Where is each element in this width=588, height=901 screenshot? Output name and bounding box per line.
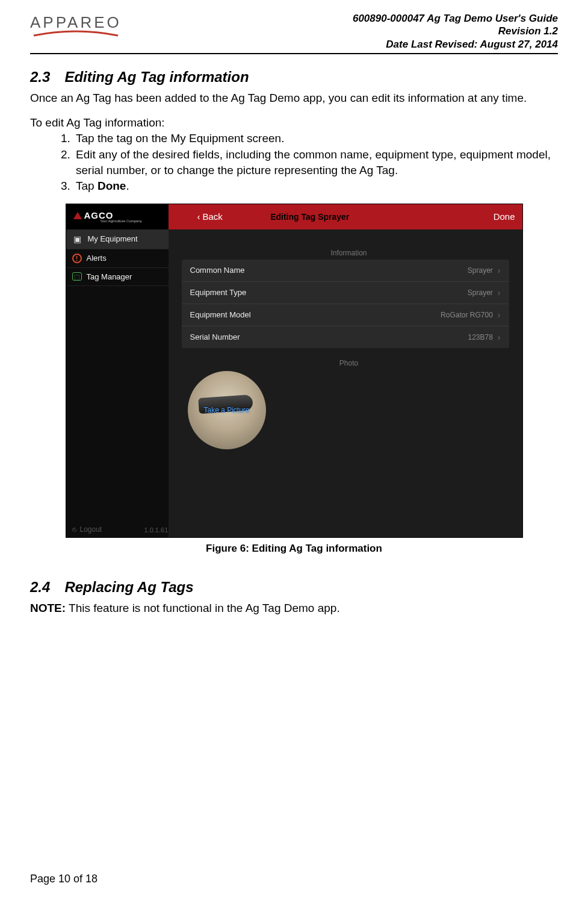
field-value: Sprayer <box>468 288 493 297</box>
info-fields: Common Name Sprayer› Equipment Type Spra… <box>182 260 509 348</box>
equipment-icon: ▣ <box>72 234 83 245</box>
app-screenshot: AGCO Your Agriculture Company ‹ Back Edi… <box>66 204 523 538</box>
figure-6: AGCO Your Agriculture Company ‹ Back Edi… <box>30 204 558 555</box>
step-3-prefix: Tap <box>76 179 97 192</box>
step-3: Tap Done. <box>73 178 558 194</box>
sidebar-item-alerts[interactable]: ! Alerts <box>66 249 169 268</box>
chevron-right-icon: › <box>498 288 501 298</box>
done-button[interactable]: Done <box>494 211 515 222</box>
doc-title: 600890-000047 Ag Tag Demo User's Guide <box>353 12 558 25</box>
take-picture-button[interactable]: Take a Picture <box>188 371 266 449</box>
app-topbar: AGCO Your Agriculture Company ‹ Back Edi… <box>66 204 522 229</box>
section-2-3-number: 2.3 <box>30 69 50 86</box>
agco-triangle-icon <box>73 212 82 219</box>
section-2-4-title: Replacing Ag Tags <box>64 579 193 595</box>
sidebar-item-label: My Equipment <box>88 234 138 243</box>
note-label: NOTE: <box>30 602 66 614</box>
step-2: Edit any of the desired fields, includin… <box>73 147 558 178</box>
sidebar-item-tag-manager[interactable]: ⬚ Tag Manager <box>66 268 169 286</box>
app-content: Information Common Name Sprayer› Equipme… <box>169 229 522 537</box>
version-label: 1.0.1.617 <box>144 526 172 534</box>
alert-icon: ! <box>72 254 82 263</box>
note-body: This feature is not functional in the Ag… <box>66 602 340 614</box>
information-header: Information <box>189 249 509 257</box>
section-2-3-title: Editing Ag Tag information <box>64 69 249 85</box>
back-label: Back <box>203 211 223 222</box>
screen-title: Editing Tag Sprayer <box>270 212 349 222</box>
section-2-4-number: 2.4 <box>30 579 50 596</box>
chevron-right-icon: › <box>498 332 501 342</box>
logout-button[interactable]: ⎋ Logout <box>72 525 102 534</box>
figure-6-caption: Figure 6: Editing Ag Tag information <box>30 543 558 555</box>
section-2-4-note: NOTE: This feature is not functional in … <box>30 600 558 616</box>
sidebar-item-label: Alerts <box>87 254 107 263</box>
logo-swoosh-icon <box>31 30 121 38</box>
field-label: Equipment Type <box>190 288 247 297</box>
section-2-4-heading: 2.4Replacing Ag Tags <box>30 579 558 596</box>
step-1: Tap the tag on the My Equipment screen. <box>73 131 558 146</box>
field-equipment-model[interactable]: Equipment Model RoGator RG700› <box>182 304 509 326</box>
field-equipment-type[interactable]: Equipment Type Sprayer› <box>182 281 509 304</box>
agco-subtext: Your Agriculture Company <box>74 219 169 223</box>
section-2-3-steps: Tap the tag on the My Equipment screen. … <box>30 131 558 194</box>
logout-label: Logout <box>80 525 102 534</box>
field-label: Equipment Model <box>190 310 251 319</box>
section-2-3-heading: 2.3Editing Ag Tag information <box>30 69 558 86</box>
agco-logo-block: AGCO Your Agriculture Company <box>66 204 169 229</box>
page-header: APPAREO 600890-000047 Ag Tag Demo User's… <box>30 12 558 51</box>
field-value: Sprayer <box>468 266 493 275</box>
chevron-right-icon: › <box>498 266 501 275</box>
field-label: Common Name <box>190 266 245 275</box>
section-2-3-list-intro: To edit Ag Tag information: <box>30 116 558 129</box>
header-rule <box>30 53 558 54</box>
page-footer: Page 10 of 18 <box>30 873 97 885</box>
back-button[interactable]: ‹ Back <box>197 211 223 222</box>
doc-meta: 600890-000047 Ag Tag Demo User's Guide R… <box>353 12 558 51</box>
sidebar-item-label: Tag Manager <box>87 272 132 281</box>
doc-revision: Revision 1.2 <box>353 25 558 37</box>
photo-header: Photo <box>189 359 509 367</box>
app-sidebar: ▣ My Equipment ! Alerts ⬚ Tag Manager ⎋ … <box>66 229 169 537</box>
step-3-bold: Done <box>97 179 126 192</box>
field-serial-number[interactable]: Serial Number 123B78› <box>182 326 509 348</box>
field-common-name[interactable]: Common Name Sprayer› <box>182 260 509 281</box>
chevron-right-icon: › <box>498 310 501 320</box>
tag-icon: ⬚ <box>72 272 82 281</box>
section-2-3-intro: Once an Ag Tag has been added to the Ag … <box>30 90 558 106</box>
logout-icon: ⎋ <box>72 525 76 534</box>
field-value: 123B78 <box>468 333 492 341</box>
chevron-left-icon: ‹ <box>197 211 200 222</box>
field-value: RoGator RG700 <box>441 311 493 319</box>
sidebar-item-my-equipment[interactable]: ▣ My Equipment <box>66 229 169 249</box>
take-picture-label: Take a Picture <box>203 406 249 414</box>
step-3-suffix: . <box>126 179 129 192</box>
logo: APPAREO <box>30 13 122 38</box>
field-label: Serial Number <box>190 332 240 341</box>
doc-date: Date Last Revised: August 27, 2014 <box>353 38 558 51</box>
